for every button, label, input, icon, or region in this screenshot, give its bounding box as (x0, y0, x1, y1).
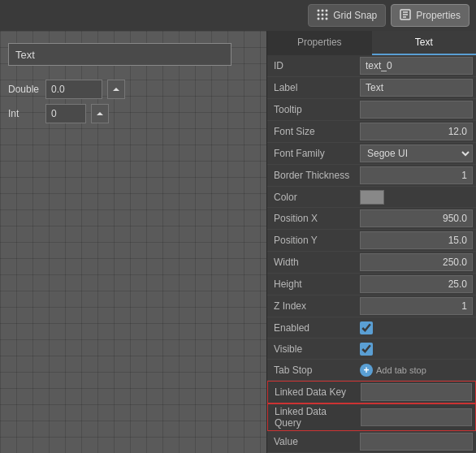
prop-checkbox-enabled[interactable] (360, 321, 373, 334)
add-tab-stop-label: Add tab stop (376, 365, 426, 375)
prop-label-color: Color (267, 192, 357, 203)
prop-input-value[interactable] (360, 433, 473, 451)
double-label: Double (8, 84, 41, 95)
props-tabs: Properties Text (267, 31, 476, 55)
prop-label-font-size: Font Size (267, 126, 357, 137)
prop-row-tooltip: Tooltip (267, 99, 476, 121)
prop-label-border-thickness: Border Thickness (267, 170, 357, 181)
prop-label-value: Value (267, 436, 357, 447)
grid-snap-label: Grid Snap (333, 10, 377, 21)
canvas-grid[interactable]: Text Double Int (0, 31, 266, 453)
prop-row-visible: Visible (267, 339, 476, 360)
prop-value-visible (357, 343, 476, 356)
properties-icon (400, 9, 411, 23)
prop-label-enabled: Enabled (267, 322, 357, 334)
canvas-text-widget[interactable]: Text (8, 43, 232, 66)
int-label: Int (8, 108, 41, 119)
canvas-panel: Text Double Int (0, 31, 266, 453)
svg-point-4 (322, 13, 324, 15)
prop-color-box[interactable] (360, 190, 384, 205)
int-input[interactable] (45, 104, 86, 123)
svg-point-8 (326, 17, 328, 19)
prop-label-linked-data-query: Linked Data Query (268, 406, 357, 429)
prop-label-linked-data-key: Linked Data Key (268, 386, 357, 398)
prop-row-color: Color (267, 187, 476, 208)
grid-snap-button[interactable]: Grid Snap (308, 4, 386, 27)
prop-row-position-x: Position X (267, 208, 476, 230)
props-body: ID Label Tooltip (267, 55, 476, 453)
svg-point-6 (318, 17, 320, 19)
prop-value-position-x (357, 209, 476, 227)
prop-input-border-thickness[interactable] (360, 166, 473, 184)
prop-row-tab-stop: Tab Stop + Add tab stop (267, 360, 476, 381)
prop-input-width[interactable] (360, 253, 473, 271)
main-container: Grid Snap Properties Text (0, 0, 476, 453)
double-spinner[interactable] (107, 80, 125, 99)
prop-label-tab-stop: Tab Stop (267, 365, 357, 376)
prop-input-font-size[interactable] (360, 123, 473, 140)
prop-input-position-x[interactable] (360, 209, 473, 227)
prop-label-font-family: Font Family (267, 148, 357, 159)
prop-input-label[interactable] (360, 79, 473, 97)
prop-value-height (357, 275, 476, 293)
int-spinner[interactable] (91, 104, 109, 123)
prop-value-id (357, 57, 476, 75)
grid-snap-icon (317, 9, 328, 23)
prop-input-linked-data-query[interactable] (361, 408, 472, 426)
prop-row-z-index: Z Index (267, 296, 476, 317)
prop-value-z-index (357, 297, 476, 315)
prop-value-width (357, 253, 476, 271)
prop-value-position-y (357, 231, 476, 249)
prop-label-tooltip: Tooltip (267, 104, 357, 115)
svg-point-7 (322, 17, 324, 19)
prop-row-border-thickness: Border Thickness (267, 165, 476, 187)
properties-label: Properties (416, 10, 461, 21)
add-tab-stop-button[interactable]: + Add tab stop (357, 364, 476, 377)
props-panel: Properties Text ID (266, 31, 476, 453)
prop-label-position-x: Position X (267, 213, 357, 224)
svg-point-3 (318, 13, 320, 15)
svg-marker-14 (97, 112, 103, 115)
prop-label-visible: Visible (267, 343, 357, 355)
double-input[interactable] (45, 80, 102, 99)
prop-value-font-size (357, 123, 476, 140)
prop-value-color (357, 190, 476, 205)
svg-point-2 (326, 9, 328, 11)
svg-marker-13 (113, 88, 119, 91)
svg-point-5 (326, 13, 328, 15)
svg-point-0 (318, 9, 320, 11)
prop-label-width: Width (267, 257, 357, 268)
prop-value-label (357, 79, 476, 97)
prop-value-font-family: Segoe UI Arial Times New Roman Courier N… (357, 145, 476, 162)
prop-row-linked-data-key: Linked Data Key (267, 381, 476, 403)
prop-label-height: Height (267, 278, 357, 290)
prop-value-tooltip (357, 101, 476, 119)
svg-point-1 (322, 9, 324, 11)
content-area: Text Double Int (0, 31, 476, 453)
prop-input-id[interactable] (360, 57, 473, 75)
prop-input-tooltip[interactable] (360, 101, 473, 119)
prop-label-id: ID (267, 60, 357, 71)
prop-value-linked-data-key (357, 383, 475, 401)
prop-row-font-family: Font Family Segoe UI Arial Times New Rom… (267, 143, 476, 165)
tab-properties[interactable]: Properties (267, 31, 372, 55)
prop-input-linked-data-key[interactable] (361, 383, 472, 401)
prop-row-font-size: Font Size (267, 121, 476, 143)
props-scroll-wrapper: ID Label Tooltip (267, 55, 476, 453)
prop-row-position-y: Position Y (267, 230, 476, 252)
prop-input-height[interactable] (360, 275, 473, 293)
prop-row-enabled: Enabled (267, 317, 476, 339)
prop-row-id: ID (267, 55, 476, 77)
prop-label-position-y: Position Y (267, 235, 357, 246)
prop-label-label: Label (267, 82, 357, 93)
prop-value-linked-data-query (357, 408, 475, 426)
prop-input-z-index[interactable] (360, 297, 473, 315)
add-circle-icon: + (360, 364, 373, 377)
double-field-row: Double (8, 80, 125, 99)
prop-select-font-family[interactable]: Segoe UI Arial Times New Roman Courier N… (360, 145, 473, 162)
prop-checkbox-visible[interactable] (360, 343, 373, 356)
properties-button[interactable]: Properties (391, 4, 470, 27)
prop-input-position-y[interactable] (360, 231, 473, 249)
tab-text[interactable]: Text (372, 31, 477, 55)
prop-value-border-thickness (357, 166, 476, 184)
